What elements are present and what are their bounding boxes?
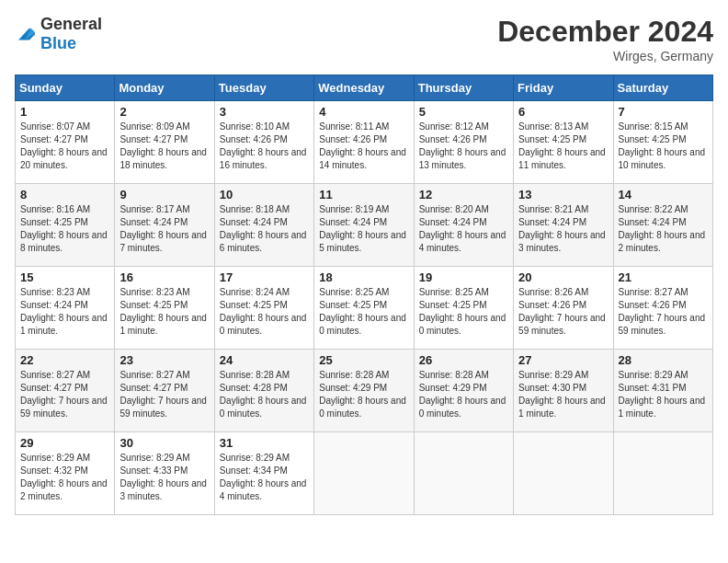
calendar-week-row: 22Sunrise: 8:27 AMSunset: 4:27 PMDayligh… [16,350,713,432]
calendar-cell: 11Sunrise: 8:19 AMSunset: 4:24 PMDayligh… [314,184,414,267]
day-number: 3 [220,105,309,119]
calendar-cell: 21Sunrise: 8:27 AMSunset: 4:26 PMDayligh… [613,267,712,350]
day-detail: Sunrise: 8:18 AMSunset: 4:24 PMDaylight:… [220,203,309,255]
day-number: 26 [419,353,508,367]
calendar-cell: 14Sunrise: 8:22 AMSunset: 4:24 PMDayligh… [613,184,712,267]
calendar-cell: 9Sunrise: 8:17 AMSunset: 4:24 PMDaylight… [115,184,214,267]
calendar-cell: 28Sunrise: 8:29 AMSunset: 4:31 PMDayligh… [613,350,712,432]
day-detail: Sunrise: 8:26 AMSunset: 4:26 PMDaylight:… [518,286,608,338]
calendar-cell: 12Sunrise: 8:20 AMSunset: 4:24 PMDayligh… [414,184,513,267]
day-number: 25 [319,353,408,367]
weekday-header: Friday [514,75,613,101]
day-number: 2 [119,105,209,119]
day-detail: Sunrise: 8:12 AMSunset: 4:26 PMDaylight:… [419,121,508,172]
day-detail: Sunrise: 8:15 AMSunset: 4:25 PMDaylight:… [619,121,708,172]
calendar-cell: 29Sunrise: 8:29 AMSunset: 4:32 PMDayligh… [16,432,115,515]
calendar-cell: 30Sunrise: 8:29 AMSunset: 4:33 PMDayligh… [115,432,214,515]
day-number: 13 [518,188,608,201]
day-number: 9 [119,188,209,201]
calendar-cell: 5Sunrise: 8:12 AMSunset: 4:26 PMDaylight… [414,101,513,184]
calendar-week-row: 15Sunrise: 8:23 AMSunset: 4:24 PMDayligh… [16,267,713,350]
title-block: December 2024 Wirges, Germany [497,15,713,63]
calendar-cell: 16Sunrise: 8:23 AMSunset: 4:25 PMDayligh… [115,267,214,350]
calendar-cell: 3Sunrise: 8:10 AMSunset: 4:26 PMDaylight… [214,101,313,184]
day-number: 12 [419,188,508,201]
day-detail: Sunrise: 8:20 AMSunset: 4:24 PMDaylight:… [419,203,508,255]
day-number: 5 [419,105,508,119]
day-detail: Sunrise: 8:29 AMSunset: 4:31 PMDaylight:… [619,369,708,420]
day-detail: Sunrise: 8:22 AMSunset: 4:24 PMDaylight:… [619,203,708,255]
calendar-cell: 23Sunrise: 8:27 AMSunset: 4:27 PMDayligh… [115,350,214,432]
day-detail: Sunrise: 8:09 AMSunset: 4:27 PMDaylight:… [119,121,209,172]
generalblue-logo-icon [15,25,37,43]
day-detail: Sunrise: 8:29 AMSunset: 4:32 PMDaylight:… [20,452,109,503]
day-detail: Sunrise: 8:10 AMSunset: 4:26 PMDaylight:… [220,121,309,172]
day-detail: Sunrise: 8:25 AMSunset: 4:25 PMDaylight:… [319,286,408,338]
calendar-cell [613,432,712,515]
day-detail: Sunrise: 8:17 AMSunset: 4:24 PMDaylight:… [119,203,209,255]
day-detail: Sunrise: 8:27 AMSunset: 4:27 PMDaylight:… [20,369,109,420]
day-number: 30 [119,436,209,450]
day-number: 4 [319,105,408,119]
day-detail: Sunrise: 8:16 AMSunset: 4:25 PMDaylight:… [20,203,109,255]
weekday-header: Tuesday [214,75,313,101]
day-number: 31 [220,436,309,450]
calendar-cell: 18Sunrise: 8:25 AMSunset: 4:25 PMDayligh… [314,267,414,350]
calendar-cell: 20Sunrise: 8:26 AMSunset: 4:26 PMDayligh… [514,267,613,350]
day-number: 21 [619,270,708,284]
calendar-cell: 27Sunrise: 8:29 AMSunset: 4:30 PMDayligh… [514,350,613,432]
calendar-cell [314,432,414,515]
day-number: 1 [20,105,109,119]
day-detail: Sunrise: 8:27 AMSunset: 4:27 PMDaylight:… [119,369,209,420]
month-title: December 2024 [497,15,713,49]
day-number: 24 [220,353,309,367]
day-detail: Sunrise: 8:13 AMSunset: 4:25 PMDaylight:… [518,121,608,172]
calendar-cell: 17Sunrise: 8:24 AMSunset: 4:25 PMDayligh… [214,267,313,350]
day-number: 11 [319,188,408,201]
calendar-cell [514,432,613,515]
calendar-cell: 2Sunrise: 8:09 AMSunset: 4:27 PMDaylight… [115,101,214,184]
day-detail: Sunrise: 8:29 AMSunset: 4:33 PMDaylight:… [119,452,209,503]
logo-text: General Blue [40,15,102,53]
calendar-cell: 7Sunrise: 8:15 AMSunset: 4:25 PMDaylight… [613,101,712,184]
day-number: 19 [419,270,508,284]
weekday-header: Monday [115,75,214,101]
day-number: 27 [518,353,608,367]
calendar-header-row: SundayMondayTuesdayWednesdayThursdayFrid… [16,75,713,101]
day-number: 29 [20,436,109,450]
weekday-header: Thursday [414,75,513,101]
calendar-table: SundayMondayTuesdayWednesdayThursdayFrid… [15,75,713,515]
page-header: General Blue December 2024 Wirges, Germa… [15,15,713,63]
calendar-week-row: 8Sunrise: 8:16 AMSunset: 4:25 PMDaylight… [16,184,713,267]
day-detail: Sunrise: 8:07 AMSunset: 4:27 PMDaylight:… [20,121,109,172]
day-number: 7 [619,105,708,119]
day-number: 16 [119,270,209,284]
day-detail: Sunrise: 8:28 AMSunset: 4:29 PMDaylight:… [319,369,408,420]
calendar-cell: 19Sunrise: 8:25 AMSunset: 4:25 PMDayligh… [414,267,513,350]
day-number: 6 [518,105,608,119]
day-number: 10 [220,188,309,201]
day-number: 23 [119,353,209,367]
calendar-cell: 24Sunrise: 8:28 AMSunset: 4:28 PMDayligh… [214,350,313,432]
calendar-cell: 25Sunrise: 8:28 AMSunset: 4:29 PMDayligh… [314,350,414,432]
calendar-cell: 13Sunrise: 8:21 AMSunset: 4:24 PMDayligh… [514,184,613,267]
day-detail: Sunrise: 8:28 AMSunset: 4:29 PMDaylight:… [419,369,508,420]
day-number: 14 [619,188,708,201]
day-number: 15 [20,270,109,284]
day-detail: Sunrise: 8:27 AMSunset: 4:26 PMDaylight:… [619,286,708,338]
logo: General Blue [15,15,102,53]
weekday-header: Sunday [16,75,115,101]
calendar-cell: 6Sunrise: 8:13 AMSunset: 4:25 PMDaylight… [514,101,613,184]
day-number: 18 [319,270,408,284]
day-detail: Sunrise: 8:23 AMSunset: 4:25 PMDaylight:… [119,286,209,338]
calendar-cell: 26Sunrise: 8:28 AMSunset: 4:29 PMDayligh… [414,350,513,432]
day-detail: Sunrise: 8:25 AMSunset: 4:25 PMDaylight:… [419,286,508,338]
day-detail: Sunrise: 8:29 AMSunset: 4:30 PMDaylight:… [518,369,608,420]
day-detail: Sunrise: 8:29 AMSunset: 4:34 PMDaylight:… [220,452,309,503]
weekday-header: Wednesday [314,75,414,101]
calendar-cell: 8Sunrise: 8:16 AMSunset: 4:25 PMDaylight… [16,184,115,267]
calendar-cell [414,432,513,515]
day-detail: Sunrise: 8:11 AMSunset: 4:26 PMDaylight:… [319,121,408,172]
calendar-week-row: 1Sunrise: 8:07 AMSunset: 4:27 PMDaylight… [16,101,713,184]
day-number: 17 [220,270,309,284]
